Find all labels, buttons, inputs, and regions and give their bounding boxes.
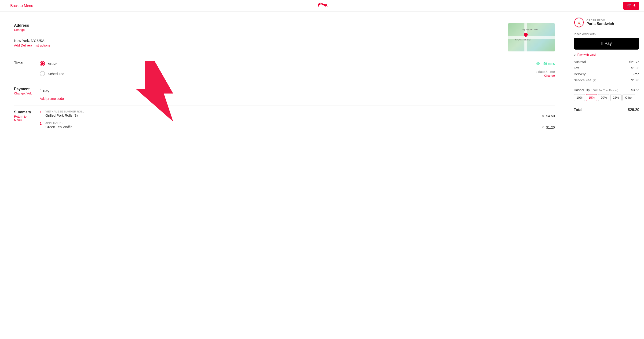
address-title: Address [14,23,499,27]
time-title: Time [14,61,33,65]
item-category: VIETNAMESE SUMMER ROLL [46,110,540,113]
tip-button-15[interactable]: 15% [586,94,597,101]
svg-point-0 [325,5,326,6]
tip-button-10[interactable]: 10% [574,94,585,101]
scheduled-change-link[interactable]: Change [544,74,555,77]
apple-pay-button-label: Pay [604,41,612,46]
delivery-value: Free [632,72,639,76]
item-qty: 1 [40,122,44,125]
payment-title: Payment [14,87,33,91]
subtotal-label: Subtotal [574,60,586,64]
item-price: $4.50 [546,114,555,118]
item-name: Grilled Pork Rolls (3) [46,113,540,117]
service-fee-label: Service Fee i [574,78,596,82]
delivery-label: Delivery [574,72,586,76]
add-delivery-instructions-link[interactable]: Add Delivery Instructions [14,43,499,47]
order-item: 1 APPETIZERS Green Tea Waffle ✕ $1.25 [40,122,555,129]
summary-title: Summary [14,110,33,114]
item-price-area: ✕ $4.50 [542,114,555,118]
dasher-tip-label: Dasher Tip (100% For Your Dasher) [574,88,618,92]
tip-button-20[interactable]: 20% [598,94,609,101]
item-price: $1.25 [546,125,555,129]
tip-button-25[interactable]: 25% [610,94,622,101]
asap-label: ASAP [48,62,57,66]
tip-button-other[interactable]: Other [622,94,635,101]
back-arrow-icon: ← [5,4,8,8]
total-value: $29.20 [628,108,639,112]
dasher-tip-sublabel: (100% For Your Dasher) [591,89,618,92]
back-to-menu-label: Back to Menu [10,4,33,8]
total-label: Total [574,108,582,112]
tip-buttons-group: 10%15%20%25%Other [574,94,639,101]
add-promo-link[interactable]: Add promo code [40,97,64,100]
scheduled-detail: a date & time [536,70,555,74]
scheduled-radio[interactable] [40,71,45,76]
restaurant-logo: 🗼 [574,17,584,27]
map-preview: City Hall Park Path New York City Hall [508,23,555,51]
service-fee-info-icon[interactable]: i [593,79,596,82]
restaurant-name: Paris Sandwich [586,22,614,26]
back-to-menu-button[interactable]: ← Back to Menu [5,4,33,8]
return-to-menu-link[interactable]: Return to Menu [14,115,33,122]
place-order-label: Place order with [574,32,639,36]
or-pay-text: or Pay with card [574,53,639,56]
item-remove-icon[interactable]: ✕ [542,114,544,118]
svg-point-1 [324,4,326,5]
payment-method-label: Pay [43,89,49,93]
svg-text:🗼: 🗼 [576,20,582,25]
item-remove-icon[interactable]: ✕ [542,126,544,129]
payment-method:  Pay [40,89,555,93]
item-details: VIETNAMESE SUMMER ROLL Grilled Pork Roll… [46,110,540,117]
item-details: APPETIZERS Green Tea Waffle [46,122,540,129]
item-name: Green Tea Waffle [46,125,540,129]
subtotal-value: $21.75 [629,60,639,64]
cart-count: 6 [634,4,636,8]
apple-logo-icon:  [602,41,603,46]
pay-with-card-link[interactable]: Pay with card [577,53,596,56]
asap-radio[interactable] [40,61,45,66]
address-text: New York, NY, USA [14,38,499,42]
service-fee-value: $1.96 [631,78,639,82]
address-change-link[interactable]: Change [14,28,499,31]
item-category: APPETIZERS [46,122,540,124]
doordash-logo [316,2,328,10]
scheduled-label: Scheduled [48,72,64,76]
item-price-area: ✕ $1.25 [542,125,555,129]
apple-pay-icon:  [40,89,41,93]
tax-value: $1.93 [631,66,639,70]
payment-change-link[interactable]: Change / Add [14,92,33,95]
item-qty: 1 [40,110,44,114]
dasher-tip-value: $3.56 [631,88,639,92]
order-item: 1 VIETNAMESE SUMMER ROLL Grilled Pork Ro… [40,110,555,118]
tax-label: Tax [574,66,579,70]
asap-duration: 49 – 59 mins [536,62,555,65]
apple-pay-button[interactable]:  Pay [574,38,639,49]
cart-icon: 🛒 [627,3,632,8]
cart-button[interactable]: 🛒 6 [623,2,639,10]
order-from-label: ORDER FROM [586,19,614,22]
